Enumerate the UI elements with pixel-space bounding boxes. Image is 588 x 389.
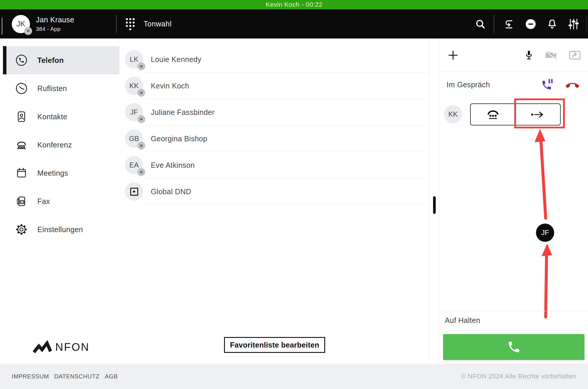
transfer-party-avatar[interactable]: JF [536,224,554,242]
call-icon [507,340,521,354]
avatar: LK ✕ [125,50,143,68]
nfon-logo: NFON [33,340,90,354]
call-button[interactable] [443,334,584,360]
call-status-label: Im Gespräch [447,81,490,89]
sidebar-item-label: Ruflisten [37,84,67,93]
avatar-initials: JF [130,108,138,116]
avatar: KK ✕ [125,77,143,95]
avatar: ★ [125,182,143,201]
sidebar-item-ruflisten[interactable]: Ruflisten [0,74,119,103]
sidebar-item-label: Telefon [37,56,64,65]
sidebar-item-label: Konferenz [37,141,72,149]
favorite-name: Global DND [151,187,191,196]
copyright-text: © NFON 2024 Alle Rechte vorbehalten [461,373,576,380]
footer-link-impressum[interactable]: IMPRESSUM [12,373,49,380]
sidebar-item-label: Fax [37,197,50,206]
app-footer: IMPRESSUM DATENSCHUTZ AGB © NFON 2024 Al… [0,364,588,389]
avatar: GB ✕ [125,130,143,148]
transfer-icon [531,111,545,118]
global-dnd-icon: ★ [130,188,138,196]
avatar-initials: JF [541,229,549,237]
favorites-list: LK ✕ Louie Kennedy KK ✕ Kevin Koch JF ✕ … [119,38,429,364]
sidebar-item-meetings[interactable]: Meetings [0,159,119,187]
favorite-row-louie-kennedy[interactable]: LK ✕ Louie Kennedy [119,46,429,73]
user-extension: 384 - App [36,26,110,32]
sidebar-nav: Telefon Ruflisten Kontakte [0,38,119,364]
divider [586,15,587,33]
app-header: JK ✕ Jan Krause 384 - App Tonwahl [0,9,588,38]
sidebar-item-fax[interactable]: Fax [0,187,119,215]
fax-icon [15,195,28,208]
sidebar-item-label: Einstellungen [37,225,83,234]
call-redirect-icon[interactable] [502,19,514,30]
sidebar-item-label: Meetings [37,169,68,177]
remove-favorite-badge[interactable]: ✕ [137,168,145,176]
divider [494,15,494,33]
favorite-name: Louie Kennedy [151,55,201,64]
avatar-initials: EA [129,161,139,169]
footer-link-agb[interactable]: AGB [105,373,118,380]
video-off-icon[interactable] [545,50,557,61]
favorite-name: Juliane Fassbinder [151,108,215,117]
bell-icon[interactable] [547,19,558,30]
screen-share-icon[interactable] [569,50,581,61]
scrollbar-thumb[interactable] [433,196,436,214]
avatar-initials: KK [129,82,139,90]
favorite-row-global-dnd[interactable]: ★ Global DND [119,178,429,205]
avatar-initials: LK [130,55,138,63]
header-actions [475,9,588,38]
sidebar-item-einstellungen[interactable]: Einstellungen [0,215,119,244]
remove-favorite-badge[interactable]: ✕ [137,142,145,150]
avatar-initials: KK [448,110,458,118]
dialpad-icon[interactable] [126,18,135,30]
avatar: EA ✕ [125,156,143,174]
favorite-name: Georgina Bishop [151,135,207,143]
sidebar-item-label: Kontakte [37,113,67,121]
sidebar-item-telefon[interactable]: Telefon [0,46,119,74]
favorite-name: Kevin Koch [151,82,189,90]
avatar-initials: GB [129,135,139,143]
search-icon[interactable] [475,19,486,30]
phone-icon [15,54,28,67]
favorite-name: Eve Atkinson [151,161,195,170]
remove-favorite-badge[interactable]: ✕ [137,89,145,97]
calendar-icon [15,167,28,180]
active-call-banner[interactable]: Kevin Koch - 00:22 [0,0,588,9]
conference-button[interactable] [470,103,516,125]
presence-badge: ✕ [24,27,32,35]
nfon-logo-mark [33,340,52,354]
hangup-icon[interactable] [566,81,579,89]
hold-call-icon[interactable] [541,78,553,91]
contacts-icon [15,110,28,123]
remove-favorite-badge[interactable]: ✕ [137,62,145,70]
mic-icon[interactable] [524,49,534,61]
footer-link-datenschutz[interactable]: DATENSCHUTZ [54,373,100,380]
favorite-row-juliane-fassbinder[interactable]: JF ✕ Juliane Fassbinder [119,99,429,125]
user-info: Jan Krause 384 - App [36,16,110,32]
user-name: Jan Krause [36,16,110,24]
edit-favorites-button[interactable]: Favoritenliste bearbeiten [224,337,325,353]
call-panel-toolbar [439,38,588,72]
sidebar-item-konferenz[interactable]: Konferenz [0,131,119,159]
favorite-row-georgina-bishop[interactable]: GB ✕ Georgina Bishop [119,125,429,152]
conference-icon [486,108,500,121]
favorite-row-eve-atkinson[interactable]: EA ✕ Eve Atkinson [119,152,429,178]
call-panel: Im Gespräch KK [439,38,588,364]
divider [439,330,588,330]
add-call-icon[interactable] [447,49,459,61]
favorite-row-kevin-koch[interactable]: KK ✕ Kevin Koch [119,73,429,99]
divider [2,18,2,35]
call-action-buttons [470,103,561,125]
active-party-avatar: KK [444,105,462,123]
transfer-button[interactable] [515,103,561,125]
sidebar-item-kontakte[interactable]: Kontakte [0,103,119,131]
hold-section-label: Auf Halten [445,311,480,330]
conference-icon [15,138,28,151]
clock-icon [15,82,28,95]
sliders-icon[interactable] [568,18,579,30]
remove-favorite-badge[interactable]: ✕ [137,115,145,123]
user-avatar[interactable]: JK ✕ [12,15,30,33]
do-not-disturb-icon[interactable] [525,19,536,29]
active-call-info: Kevin Koch - 00:22 [265,1,322,9]
scrollbar-track [429,38,439,364]
